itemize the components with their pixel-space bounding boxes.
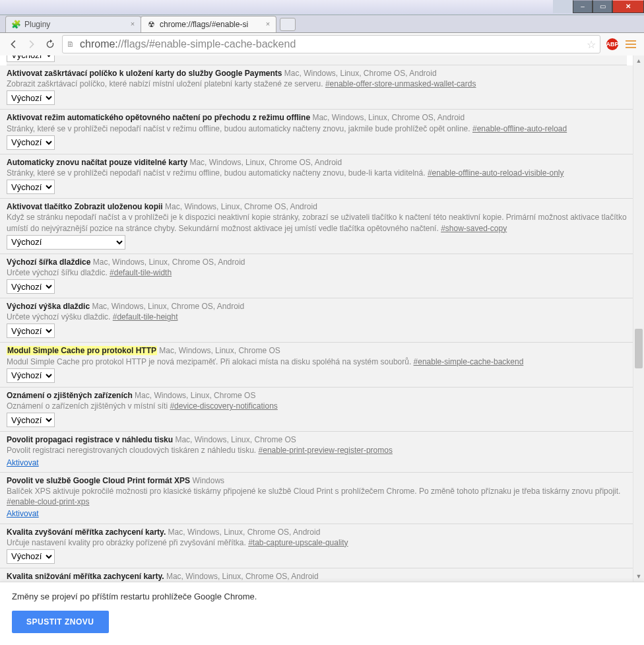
url-scheme: chrome: — [80, 38, 118, 50]
flag-hash-link[interactable]: #enable-simple-cache-backend — [414, 357, 524, 366]
flag-title-line: Kvalita zvyšování měřítka zachycení kart… — [7, 527, 627, 537]
flag-title: Automaticky znovu načítat pouze viditeln… — [7, 158, 187, 167]
flag-control-row: Výchozí — [7, 368, 627, 383]
flag-platforms: Mac, Windows, Linux, Chrome OS, Android — [93, 257, 245, 267]
flag-title: Aktivovat režim automatického opětovného… — [7, 113, 310, 122]
close-icon[interactable]: × — [129, 20, 137, 28]
flag-platforms: Mac, Windows, Linux, Chrome OS, Android — [92, 302, 244, 311]
toolbar: 🗎 chrome://flags/#enable-simple-cache-ba… — [0, 33, 644, 56]
flag-title: Kvalita zvyšování měřítka zachycení kart… — [7, 527, 166, 537]
reload-icon — [45, 39, 55, 50]
window-close-button[interactable]: ✕ — [612, 0, 644, 13]
flag-select[interactable]: Výchozí — [7, 413, 55, 427]
bookmark-star-icon[interactable]: ☆ — [587, 38, 596, 51]
flag-select[interactable]: Výchozí — [7, 368, 55, 383]
flag-item: Aktivovat zaškrtávací políčko k uložení … — [0, 65, 633, 110]
flag-title: Oznámení o zjištěných zařízeních — [7, 391, 133, 400]
abp-icon: ABP — [606, 38, 618, 50]
forward-button[interactable] — [22, 35, 41, 53]
window-minimize-button[interactable]: – — [573, 0, 593, 13]
flag-title-line: Výchozí šířka dlaždice Mac, Windows, Lin… — [7, 257, 627, 267]
flag-title: Aktivovat zaškrtávací políčko k uložení … — [7, 69, 282, 78]
omnibox-url: chrome://flags/#enable-simple-cache-back… — [80, 38, 587, 50]
flag-platforms: Windows — [192, 476, 224, 485]
scroll-down-arrow-icon[interactable]: ▼ — [633, 571, 644, 582]
flag-description-text: Stránky, které se v prohlížeči nepodaří … — [7, 124, 470, 133]
flag-title-line: Oznámení o zjištěných zařízeních Mac, Wi… — [7, 390, 627, 401]
flag-description-text: Když se stránku nepodaří načíst a v proh… — [7, 213, 627, 232]
flag-title: Výchozí výška dlaždic — [7, 302, 90, 311]
flag-description-text: Zobrazit zaškrtávací políčko, které nabí… — [7, 79, 323, 88]
flag-description: Oznámení o zařízeních zjištěných v místn… — [7, 401, 627, 411]
flag-hash-link[interactable]: #show-saved-copy — [441, 224, 507, 233]
puzzle-piece-icon: 🧩 — [11, 20, 20, 29]
tab-strip: 🧩 Pluginy × ☢ chrome://flags/#enable-si … — [0, 15, 644, 33]
tab-flags[interactable]: ☢ chrome://flags/#enable-si × — [141, 16, 276, 32]
flag-select[interactable]: Výchozí — [7, 90, 55, 105]
flag-hash-link[interactable]: #device-discovery-notifications — [170, 401, 277, 411]
flag-activate-link[interactable]: Aktivovat — [7, 509, 39, 518]
reload-button[interactable] — [41, 35, 59, 53]
flag-control-row: Aktivovat — [7, 508, 627, 519]
flag-item: Výchozí výška dlaždic Mac, Windows, Linu… — [0, 298, 633, 343]
flag-hash-link[interactable]: #enable-offline-auto-reload-visible-only — [428, 168, 564, 178]
flag-hash-link[interactable]: #enable-offer-store-unmasked-wallet-card… — [325, 79, 476, 88]
relaunch-bar: Změny se projeví po příštím restartu pro… — [0, 582, 644, 645]
flag-item: Výchozí šířka dlaždice Mac, Windows, Lin… — [0, 254, 633, 298]
flag-title-line: Výchozí výška dlaždic Mac, Windows, Linu… — [7, 301, 627, 312]
page-viewport: Výchozí Aktivovat zaškrtávací políčko k … — [0, 55, 644, 645]
flag-select[interactable]: Výchozí — [7, 549, 55, 564]
flag-hash-link[interactable]: #default-tile-width — [110, 268, 172, 277]
back-button[interactable] — [4, 35, 22, 53]
arrow-right-icon — [26, 38, 38, 50]
relaunch-button[interactable]: SPUSTIT ZNOVU — [12, 611, 109, 633]
flag-hash-link[interactable]: #enable-print-preview-register-promos — [259, 446, 393, 455]
flag-title-line: Aktivovat režim automatického opětovného… — [7, 112, 627, 123]
flag-title-line: Povolit propagaci registrace v náhledu t… — [7, 434, 627, 445]
vertical-scrollbar[interactable]: ▲ ▼ — [633, 55, 644, 582]
flag-platforms: Mac, Windows, Linux, Chrome OS, Android — [189, 158, 342, 167]
flag-description-text: Modul Simple Cache pro protokol HTTP je … — [7, 357, 411, 366]
flag-hash-link[interactable]: #default-tile-height — [113, 312, 178, 322]
flag-description: Určete výchozí výšku dlaždic. #default-t… — [7, 312, 627, 322]
flag-platforms: Mac, Windows, Linux, Chrome OS — [159, 346, 280, 355]
flag-platforms: Mac, Windows, Linux, Chrome OS — [135, 391, 255, 400]
new-tab-button[interactable] — [280, 18, 296, 31]
flag-select[interactable]: Výchozí — [7, 235, 125, 250]
flag-select[interactable]: Výchozí — [7, 180, 55, 194]
flag-select[interactable]: Výchozí — [7, 279, 55, 294]
flag-item: Automaticky znovu načítat pouze viditeln… — [0, 154, 633, 199]
window-maximize-button[interactable]: ▭ — [593, 0, 612, 13]
adblock-plus-button[interactable]: ABP — [603, 35, 622, 53]
flag-description: Určete výchozí šířku dlaždic. #default-t… — [7, 267, 627, 278]
scroll-up-arrow-icon[interactable]: ▲ — [633, 55, 644, 66]
flag-hash-link[interactable]: #tab-capture-upscale-quality — [248, 538, 348, 547]
flag-select[interactable]: Výchozí — [7, 323, 55, 338]
flag-title: Povolit ve službě Google Cloud Print for… — [7, 476, 190, 485]
flag-control-row: Výchozí — [7, 90, 627, 105]
flag-control-row: Výchozí — [7, 549, 627, 564]
flag-select[interactable]: Výchozí — [7, 55, 55, 62]
close-icon[interactable]: × — [264, 20, 272, 28]
flag-select[interactable]: Výchozí — [7, 135, 55, 150]
flag-partial-top: Výchozí — [7, 55, 627, 65]
flag-platforms: Mac, Windows, Linux, Chrome OS, Android — [166, 572, 319, 581]
flag-title-line: Automaticky znovu načítat pouze viditeln… — [7, 157, 627, 168]
flag-item: Povolit ve službě Google Cloud Print for… — [0, 473, 633, 524]
flag-description: Balíček XPS aktivuje pokročilé možnosti … — [7, 486, 627, 507]
flag-title: Modul Simple Cache pro protokol HTTP — [7, 346, 157, 355]
flag-item: Modul Simple Cache pro protokol HTTP Mac… — [0, 343, 633, 387]
omnibox[interactable]: 🗎 chrome://flags/#enable-simple-cache-ba… — [62, 35, 600, 53]
tab-pluginy[interactable]: 🧩 Pluginy × — [5, 16, 141, 32]
scrollbar-track[interactable] — [633, 66, 644, 571]
flag-hash-link[interactable]: #enable-cloud-print-xps — [7, 497, 89, 506]
flag-description: Určuje nastavení kvality pro obrázky poř… — [7, 537, 627, 548]
scrollbar-thumb[interactable] — [635, 329, 643, 368]
chrome-menu-button[interactable] — [622, 35, 640, 53]
flag-description: Povolit registraci neregistrovaných clou… — [7, 445, 627, 456]
flag-hash-link[interactable]: #enable-offline-auto-reload — [472, 124, 567, 133]
hamburger-icon — [626, 40, 636, 48]
page-icon: 🗎 — [67, 40, 76, 49]
flag-activate-link[interactable]: Aktivovat — [7, 458, 39, 467]
flag-description-text: Oznámení o zařízeních zjištěných v místn… — [7, 401, 168, 411]
